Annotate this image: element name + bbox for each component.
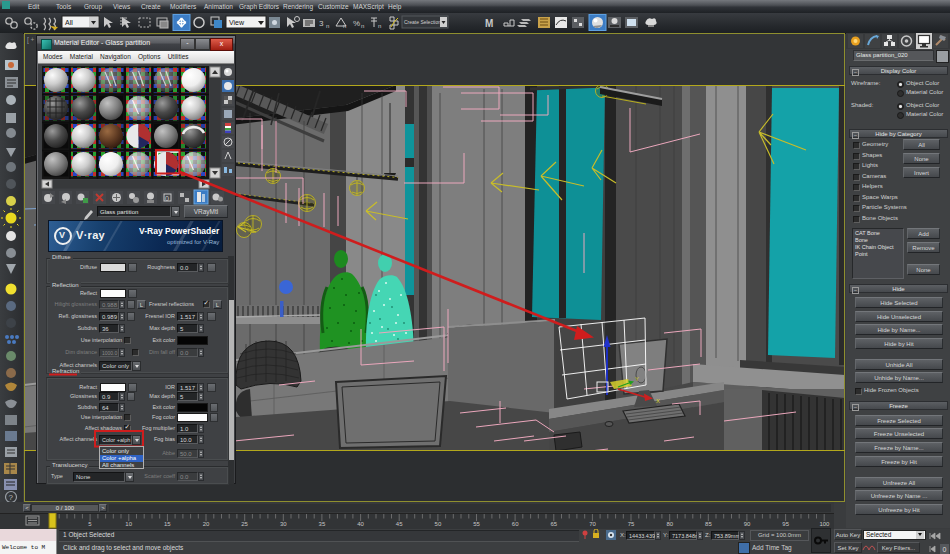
svg-text:60: 60 (512, 521, 519, 527)
svg-text:70: 70 (589, 521, 596, 527)
svg-text:?: ? (9, 493, 14, 502)
svg-text:Y: Y (635, 376, 639, 382)
svg-text:%: % (353, 19, 360, 28)
svg-text:95: 95 (782, 521, 789, 527)
svg-text:10: 10 (125, 521, 132, 527)
svg-text:n: n (343, 23, 346, 29)
svg-text:M: M (485, 18, 493, 29)
svg-text:35: 35 (319, 521, 326, 527)
svg-text:20: 20 (203, 521, 210, 527)
svg-text:40: 40 (357, 521, 364, 527)
svg-text:View: View (229, 19, 245, 26)
svg-text:100: 100 (819, 521, 830, 527)
svg-text:X: X (656, 398, 660, 404)
svg-text:80: 80 (666, 521, 673, 527)
svg-text:15: 15 (164, 521, 171, 527)
svg-text:3: 3 (319, 19, 324, 28)
svg-text:45: 45 (396, 521, 403, 527)
svg-text:30: 30 (280, 521, 287, 527)
svg-text:5: 5 (88, 521, 92, 527)
svg-text:n: n (326, 23, 329, 29)
svg-text:50: 50 (435, 521, 442, 527)
svg-text:25: 25 (241, 521, 248, 527)
svg-text:65: 65 (550, 521, 557, 527)
svg-text:90: 90 (744, 521, 751, 527)
svg-text:n: n (378, 23, 381, 29)
svg-text:All: All (65, 19, 73, 26)
svg-text:n: n (361, 23, 364, 29)
svg-text:55: 55 (473, 521, 480, 527)
svg-text:0: 0 (165, 195, 169, 202)
svg-text:0: 0 (943, 546, 947, 553)
svg-text:75: 75 (628, 521, 635, 527)
svg-text:85: 85 (705, 521, 712, 527)
